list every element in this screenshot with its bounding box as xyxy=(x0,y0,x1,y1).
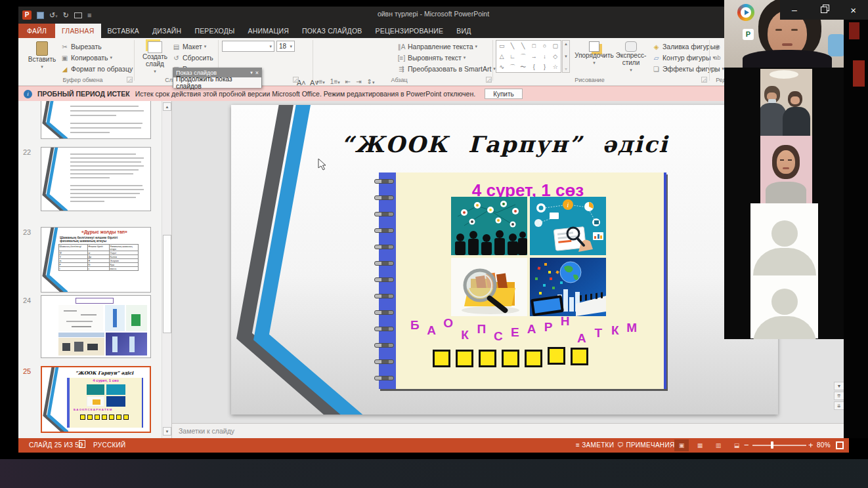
thumbnail-slide-23[interactable]: «Дұрыс жолды тап» Шаманың белгіленуі өлш… xyxy=(41,227,151,293)
shape-callout-icon[interactable]: ◇ xyxy=(550,51,561,62)
previous-slide-icon[interactable]: ⇈ xyxy=(834,392,844,400)
thumbnail-slide-24[interactable] xyxy=(41,295,151,358)
reading-view-icon[interactable]: ▥ xyxy=(711,439,726,451)
shape-triangle-icon[interactable]: △ xyxy=(496,51,507,62)
shape-arrow-line-icon[interactable]: ╲ xyxy=(518,41,529,51)
fit-slide-icon[interactable] xyxy=(836,441,844,449)
select-button[interactable]: ▷ xyxy=(713,64,722,74)
restore-icon[interactable] xyxy=(821,7,827,13)
picture-multimedia-globe xyxy=(530,258,606,316)
shape-scribble-icon[interactable]: ∿ xyxy=(496,62,507,72)
font-size-select[interactable]: 18▾ xyxy=(276,41,295,52)
zoom-percentage[interactable]: 80% xyxy=(817,441,831,449)
tab-design[interactable]: ДИЗАЙН xyxy=(146,24,188,38)
resume-slideshow-menu-item[interactable]: Продолжить показ слайдов xyxy=(173,77,261,88)
video-participant-3[interactable] xyxy=(760,136,812,203)
slide-title[interactable]: “ЖООК Гарпун” әдісі xyxy=(231,131,778,157)
paragraph-dialog-launcher[interactable]: ◿ xyxy=(486,77,492,83)
smartart-button[interactable]: ⇶Преобразовать в SmartArt▾ xyxy=(397,64,496,74)
tab-slideshow[interactable]: ПОКАЗ СЛАЙДОВ xyxy=(295,24,369,38)
scrollbar-thumb[interactable] xyxy=(163,235,171,333)
align-text-button[interactable]: [≡]Выровнять текст▾ xyxy=(397,52,466,63)
close-icon[interactable]: × xyxy=(850,5,856,16)
copy-button[interactable]: ▣Копировать▾ xyxy=(60,52,112,63)
zoom-in-icon[interactable]: + xyxy=(808,440,814,450)
shape-oval-icon[interactable]: ○ xyxy=(539,41,550,51)
new-slide-icon xyxy=(148,41,162,53)
shape-line-icon[interactable]: ╲ xyxy=(507,41,517,51)
desktop-decor xyxy=(849,22,859,39)
shape-rounded-rect-icon[interactable]: ▢ xyxy=(550,41,561,51)
tab-transitions[interactable]: ПЕРЕХОДЫ xyxy=(188,24,241,38)
comments-toggle[interactable]: 🗩 ПРИМЕЧАНИЯ xyxy=(617,441,674,449)
scroll-down-icon[interactable]: ▼ xyxy=(163,427,171,436)
thumbnail-slide-25-selected[interactable]: “ЖООК Гарпун” әдісі 4 сурет, 1 сөз Б А О… xyxy=(41,366,151,433)
notes-pane[interactable]: Заметки к слайду xyxy=(172,423,848,438)
mini-table-cell: Өлшем бірлігі xyxy=(88,245,110,251)
shape-star-icon[interactable]: ☆ xyxy=(550,62,561,72)
next-slide-icon[interactable]: ⇊ xyxy=(834,401,844,410)
replace-button[interactable]: ab xyxy=(713,52,722,63)
mini-slide-subtitle: Шаманың белгіленуі өлшем бірлігі физикал… xyxy=(60,236,127,243)
shape-brace-left-icon[interactable]: { xyxy=(529,62,539,72)
zoom-out-icon[interactable]: − xyxy=(744,440,749,450)
zoom-slider-handle[interactable] xyxy=(771,441,773,449)
shapes-gallery-scroll[interactable]: ▲▼▿ xyxy=(562,40,570,73)
drawing-dialog-launcher[interactable]: ◿ xyxy=(701,77,707,83)
font-dialog-launcher[interactable]: ◿ xyxy=(293,77,299,83)
language-indicator[interactable]: РУССКИЙ xyxy=(93,441,126,449)
bullets-icon[interactable]: •≡▾ xyxy=(316,78,325,85)
zoom-slider[interactable] xyxy=(752,445,806,446)
tab-review[interactable]: РЕЦЕНЗИРОВАНИЕ xyxy=(369,24,450,38)
shape-brace-right-icon[interactable]: } xyxy=(539,62,550,72)
shape-arrow-icon[interactable]: → xyxy=(529,51,539,62)
tab-view[interactable]: ВИД xyxy=(450,24,477,38)
text-direction-button[interactable]: ∥AНаправление текста▾ xyxy=(397,41,477,52)
normal-view-icon[interactable]: ▣ xyxy=(674,439,689,451)
find-icon: ◉ xyxy=(713,43,722,51)
slideshow-floating-toolbar: Показ слайдов ▾ × Продолжить показ слайд… xyxy=(173,68,262,88)
tab-animation[interactable]: АНИМАЦИЯ xyxy=(242,24,295,38)
buy-button[interactable]: Купить xyxy=(485,89,523,99)
layout-button[interactable]: ▤Макет▾ xyxy=(172,41,206,52)
trial-message: Истек срок действия этой пробной версии … xyxy=(135,90,475,98)
video-call-panel: P xyxy=(724,0,844,339)
video-window-controls: – × xyxy=(780,0,868,20)
clipboard-dialog-launcher[interactable]: ◿ xyxy=(127,77,133,83)
thumbnail-slide-21[interactable] xyxy=(41,101,151,139)
minimize-icon[interactable]: – xyxy=(792,5,797,15)
thumbnail-scrollbar[interactable]: ▲ ▼ xyxy=(162,101,172,438)
spellcheck-icon[interactable]: × xyxy=(79,440,85,448)
reset-button[interactable]: ↺Сбросить xyxy=(172,52,213,63)
popup-dropdown-icon[interactable]: ▾ xyxy=(250,70,253,75)
shape-elbow-icon[interactable]: ∟ xyxy=(507,51,517,62)
shape-freeform-icon[interactable]: 〜 xyxy=(518,62,529,72)
scroll-up-icon[interactable]: ▲ xyxy=(163,102,171,111)
slide-sorter-icon[interactable]: ▦ xyxy=(693,439,707,451)
tab-insert[interactable]: ВСТАВКА xyxy=(101,24,146,38)
format-painter-button[interactable]: ◢Формат по образцу xyxy=(60,64,133,74)
numbering-icon[interactable]: 1≡▾ xyxy=(330,78,340,85)
tab-file[interactable]: ФАЙЛ xyxy=(18,24,55,38)
video-participant-2[interactable] xyxy=(760,69,812,136)
shape-textbox-icon[interactable]: ▭ xyxy=(496,41,507,51)
shape-down-arrow-icon[interactable]: ↓ xyxy=(539,51,550,62)
scroll-down-icon[interactable]: ▼ xyxy=(834,382,844,390)
find-button[interactable]: ◉ xyxy=(713,41,722,52)
shapes-gallery[interactable]: ▭╲╲□○▢ △∟⌒→↓◇ ∿⌒〜{}☆ xyxy=(496,40,561,73)
shape-rect-icon[interactable]: □ xyxy=(529,41,539,51)
shape-outline-button[interactable]: ▱Контур фигуры▾ xyxy=(652,52,715,63)
current-slide[interactable]: “ЖООК Гарпун” әдісі 4 сурет, 1 сөз xyxy=(231,105,778,415)
avatar xyxy=(771,220,798,247)
slide-design-chevron xyxy=(41,148,68,211)
thumbnail-slide-22[interactable] xyxy=(41,147,151,211)
quick-styles-icon xyxy=(625,41,637,52)
notebook-graphic[interactable]: 4 сурет, 1 сөз xyxy=(379,173,666,389)
notes-toggle[interactable]: ≡ ЗАМЕТКИ xyxy=(576,441,614,449)
cut-button[interactable]: ✂Вырезать xyxy=(60,41,102,52)
shape-arc-icon[interactable]: ⌒ xyxy=(507,62,517,72)
shape-curve-icon[interactable]: ⌒ xyxy=(518,51,529,62)
tab-home[interactable]: ГЛАВНАЯ xyxy=(55,24,101,38)
slideshow-view-icon[interactable]: ⬓ xyxy=(729,439,744,451)
font-name-select[interactable]: ▾ xyxy=(222,41,274,52)
